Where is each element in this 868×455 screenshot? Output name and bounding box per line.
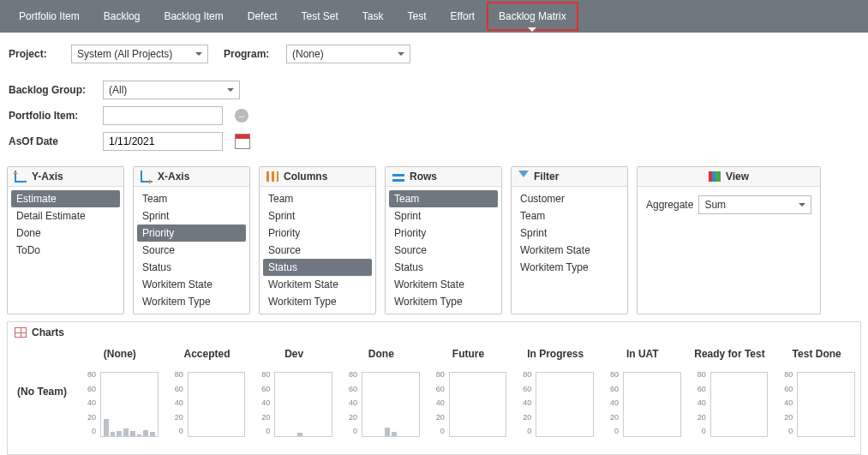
y-tick: 60 bbox=[341, 385, 357, 393]
project-select[interactable]: System (All Projects) bbox=[71, 45, 208, 63]
bar bbox=[104, 419, 109, 436]
xaxis-option-workitem-state[interactable]: Workitem State bbox=[137, 276, 246, 293]
columns-option-source[interactable]: Source bbox=[263, 242, 372, 259]
project-label: Project: bbox=[9, 48, 56, 60]
filter-option-team[interactable]: Team bbox=[515, 207, 624, 225]
rows-option-team[interactable]: Team bbox=[389, 190, 498, 207]
columns-option-status[interactable]: Status bbox=[263, 259, 372, 276]
bar bbox=[130, 431, 135, 436]
xaxis-option-priority[interactable]: Priority bbox=[137, 225, 246, 242]
main-toolbar: Project: System (All Projects) Program: … bbox=[0, 33, 868, 65]
xaxis-option-sprint[interactable]: Sprint bbox=[137, 207, 246, 225]
y-tick: 0 bbox=[341, 427, 357, 435]
mini-chart: 806040200 bbox=[254, 370, 334, 447]
y-tick: 20 bbox=[80, 413, 96, 422]
filter-option-workitem-type[interactable]: Workitem Type bbox=[515, 259, 624, 276]
panel-body-xaxis: TeamSprintPrioritySourceStatusWorkitem S… bbox=[134, 187, 249, 314]
mini-chart-yaxis: 806040200 bbox=[602, 370, 621, 435]
y-tick: 60 bbox=[80, 385, 96, 393]
mini-chart-plot bbox=[100, 372, 159, 437]
program-select[interactable]: (None) bbox=[286, 45, 410, 63]
nav-tab-backlog-matrix[interactable]: Backlog Matrix bbox=[487, 2, 578, 31]
columns-option-workitem-type[interactable]: Workitem Type bbox=[263, 293, 372, 310]
calendar-icon[interactable] bbox=[235, 134, 250, 149]
nav-tab-effort[interactable]: Effort bbox=[439, 2, 487, 31]
chart-col-head: In Progress bbox=[512, 343, 599, 370]
y-tick: 20 bbox=[428, 413, 445, 422]
yaxis-option-detail-estimate[interactable]: Detail Estimate bbox=[11, 207, 120, 225]
rows-option-sprint[interactable]: Sprint bbox=[389, 207, 498, 225]
bar bbox=[111, 432, 116, 436]
nav-tab-test-set[interactable]: Test Set bbox=[289, 2, 350, 31]
columns-option-workitem-state[interactable]: Workitem State bbox=[263, 276, 372, 293]
mini-chart-yaxis: 806040200 bbox=[690, 370, 709, 435]
filter-option-customer[interactable]: Customer bbox=[515, 190, 624, 207]
bar bbox=[137, 434, 142, 436]
xaxis-option-team[interactable]: Team bbox=[137, 190, 246, 207]
bar bbox=[143, 430, 148, 436]
y-tick: 0 bbox=[776, 427, 793, 435]
mini-chart: 806040200 bbox=[341, 370, 422, 447]
chart-col-head: In UAT bbox=[599, 343, 686, 370]
nav-tab-backlog[interactable]: Backlog bbox=[92, 2, 153, 31]
panel-head-view: View bbox=[638, 167, 820, 187]
rows-option-source[interactable]: Source bbox=[389, 242, 498, 259]
xaxis-option-source[interactable]: Source bbox=[137, 242, 246, 259]
filter-option-sprint[interactable]: Sprint bbox=[515, 225, 624, 242]
y-tick: 60 bbox=[690, 385, 706, 393]
chart-col-head: Test Done bbox=[773, 343, 860, 370]
yaxis-option-todo[interactable]: ToDo bbox=[11, 242, 120, 259]
rows-option-status[interactable]: Status bbox=[389, 259, 498, 276]
clear-icon[interactable]: – bbox=[235, 109, 248, 123]
columns-option-sprint[interactable]: Sprint bbox=[263, 207, 372, 225]
yaxis-option-estimate[interactable]: Estimate bbox=[11, 190, 120, 207]
program-value: (None) bbox=[292, 48, 324, 60]
xaxis-option-status[interactable]: Status bbox=[137, 259, 246, 276]
y-tick: 40 bbox=[341, 398, 357, 407]
nav-tab-task[interactable]: Task bbox=[350, 2, 396, 31]
panel-body-columns: TeamSprintPrioritySourceStatusWorkitem S… bbox=[260, 187, 375, 314]
mini-chart: 806040200 bbox=[776, 370, 857, 447]
nav-tab-portfolio-item[interactable]: Portfolio Item bbox=[7, 2, 92, 31]
panel-title: X-Axis bbox=[158, 171, 189, 183]
y-tick: 20 bbox=[602, 413, 619, 422]
panel-body-view: AggregateSum bbox=[638, 187, 820, 290]
chart-row-head: (No Team) bbox=[8, 370, 76, 454]
panel-title: View bbox=[726, 171, 749, 183]
mini-chart-plot bbox=[188, 372, 246, 437]
panel-head-filter: Filter bbox=[512, 167, 627, 187]
xaxis-option-workitem-type[interactable]: Workitem Type bbox=[137, 293, 246, 310]
y-tick: 60 bbox=[167, 385, 183, 393]
backlog-group-value: (All) bbox=[109, 84, 127, 96]
columns-option-priority[interactable]: Priority bbox=[263, 225, 372, 242]
nav-tab-test[interactable]: Test bbox=[396, 2, 439, 31]
chart-col-head: Future bbox=[425, 343, 512, 370]
nav-tab-defect[interactable]: Defect bbox=[236, 2, 290, 31]
y-tick: 60 bbox=[776, 385, 793, 393]
y-tick: 40 bbox=[690, 398, 706, 407]
yaxis-option-done[interactable]: Done bbox=[11, 225, 120, 242]
aggregate-select[interactable]: Sum bbox=[698, 195, 811, 214]
chart-col-head: (None) bbox=[76, 343, 164, 370]
panel-view: ViewAggregateSum bbox=[637, 166, 821, 314]
rows-option-workitem-type[interactable]: Workitem Type bbox=[389, 293, 498, 310]
panel-head-rows: Rows bbox=[386, 167, 501, 187]
rows-option-priority[interactable]: Priority bbox=[389, 225, 498, 242]
y-tick: 40 bbox=[602, 398, 619, 407]
backlog-group-select[interactable]: (All) bbox=[103, 81, 240, 99]
nav-tab-backlog-item[interactable]: Backlog Item bbox=[152, 2, 235, 31]
y-tick: 80 bbox=[341, 370, 357, 379]
top-nav: Portfolio ItemBacklogBacklog ItemDefectT… bbox=[0, 0, 868, 33]
filter-option-workitem-state[interactable]: Workitem State bbox=[515, 242, 624, 259]
portfolio-item-input[interactable] bbox=[103, 106, 223, 125]
chart-col-head: Dev bbox=[250, 343, 338, 370]
panel-title: Columns bbox=[284, 171, 327, 183]
chart-col-head: Ready for Test bbox=[686, 343, 774, 370]
asof-date-input[interactable] bbox=[103, 132, 223, 151]
panel-head-columns: Columns bbox=[260, 167, 375, 187]
columns-option-team[interactable]: Team bbox=[263, 190, 372, 207]
y-tick: 60 bbox=[254, 385, 270, 393]
filter-block: Backlog Group: (All) Portfolio Item: – A… bbox=[0, 65, 868, 161]
rows-option-workitem-state[interactable]: Workitem State bbox=[389, 276, 498, 293]
bar bbox=[297, 433, 302, 436]
